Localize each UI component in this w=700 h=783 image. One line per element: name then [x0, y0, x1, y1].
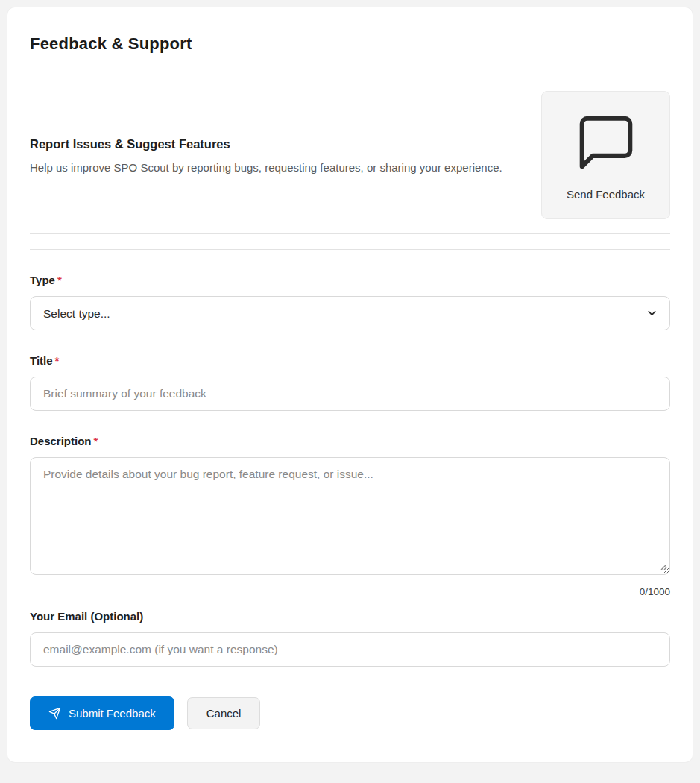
send-feedback-tile[interactable]: Send Feedback — [541, 91, 670, 219]
form-actions: Submit Feedback Cancel — [30, 696, 670, 730]
page-title: Feedback & Support — [30, 34, 670, 54]
cancel-button[interactable]: Cancel — [187, 697, 261, 729]
title-field: Title* — [30, 354, 670, 411]
type-select-wrap: Select type... — [30, 296, 670, 330]
type-label: Type* — [30, 274, 670, 286]
description-required-asterisk: * — [94, 435, 98, 447]
section-divider-top — [30, 233, 670, 234]
feature-heading: Report Issues & Suggest Features — [30, 137, 502, 151]
type-required-asterisk: * — [57, 274, 62, 286]
title-required-asterisk: * — [55, 354, 60, 367]
section-divider-bottom — [30, 249, 670, 250]
feature-description: Help us improve SPO Scout by reporting b… — [30, 161, 502, 174]
title-input[interactable] — [30, 377, 670, 411]
type-label-text: Type — [30, 274, 55, 286]
title-label-text: Title — [30, 354, 53, 367]
send-icon — [48, 707, 61, 720]
type-select[interactable]: Select type... — [30, 296, 670, 330]
description-textarea[interactable] — [30, 457, 670, 575]
description-textarea-wrap — [30, 457, 670, 575]
submit-feedback-button[interactable]: Submit Feedback — [30, 696, 174, 730]
email-field[interactable] — [30, 632, 670, 667]
character-counter: 0/1000 — [30, 586, 670, 597]
description-field: Description* 0/1000 — [30, 435, 670, 597]
speech-bubble-icon — [574, 110, 638, 177]
description-label-text: Description — [30, 435, 92, 447]
email-field-group: Your Email (Optional) — [30, 610, 670, 667]
title-label: Title* — [30, 354, 670, 367]
description-label: Description* — [30, 435, 670, 447]
submit-feedback-label: Submit Feedback — [69, 707, 156, 720]
feedback-support-card: Feedback & Support Report Issues & Sugge… — [7, 7, 693, 762]
send-feedback-tile-label: Send Feedback — [567, 188, 645, 201]
feature-text-block: Report Issues & Suggest Features Help us… — [30, 137, 502, 174]
type-field: Type* Select type... — [30, 274, 670, 330]
feature-row: Report Issues & Suggest Features Help us… — [30, 91, 670, 219]
email-label: Your Email (Optional) — [30, 610, 670, 623]
